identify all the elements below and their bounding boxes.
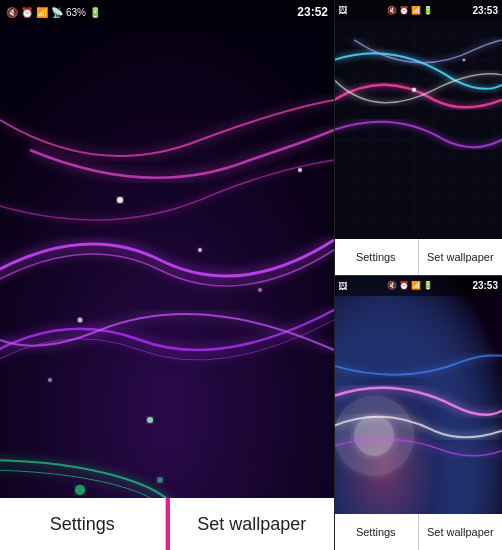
bottom-action-bar: Settings Set wallpaper [0, 498, 334, 550]
svg-point-10 [75, 485, 85, 495]
svg-point-3 [117, 197, 123, 203]
top-preview-mute-icon: 🔇 [387, 6, 397, 15]
wifi-icon: 📶 [36, 7, 48, 18]
bottom-preview-action-bar: Settings Set wallpaper [334, 514, 502, 550]
status-bar-left: 🔇 ⏰ 📶 📡 63% 🔋 23:52 [0, 0, 334, 24]
svg-rect-13 [334, 0, 502, 275]
bottom-preview-wifi-icon: 📶 [411, 281, 421, 290]
bottom-preview-alarm-icon: ⏰ [399, 281, 409, 290]
battery-text: 63% [66, 7, 86, 18]
top-preview-settings-button[interactable]: Settings [334, 239, 419, 275]
svg-point-16 [462, 58, 465, 61]
bottom-preview[interactable]: 🖼 🔇 ⏰ 📶 🔋 23:53 Settings Set wallpaper [334, 276, 502, 551]
svg-point-20 [354, 415, 394, 455]
svg-point-4 [198, 248, 202, 252]
svg-point-6 [258, 288, 262, 292]
top-preview[interactable]: 🖼 🔇 ⏰ 📶 🔋 23:53 Settings Set wallpaper [334, 0, 502, 275]
settings-button[interactable]: Settings [0, 498, 166, 550]
battery-icon: 🔋 [89, 7, 101, 18]
bottom-preview-mute-icon: 🔇 [387, 281, 397, 290]
status-bar-top-right: 🖼 🔇 ⏰ 📶 🔋 23:53 [334, 0, 502, 20]
top-preview-action-bar: Settings Set wallpaper [334, 239, 502, 275]
preview-divider [334, 275, 502, 276]
svg-point-8 [48, 378, 52, 382]
top-preview-time: 23:53 [472, 5, 498, 16]
top-preview-set-wallpaper-button[interactable]: Set wallpaper [419, 239, 503, 275]
top-preview-image-icon: 🖼 [338, 5, 347, 15]
left-preview-panel: 🔇 ⏰ 📶 📡 63% 🔋 23:52 Settings Set wallpap… [0, 0, 334, 550]
left-wallpaper-bg [0, 0, 334, 550]
signal-icon: 📡 [51, 7, 63, 18]
alarm-icon: ⏰ [21, 7, 33, 18]
set-wallpaper-button[interactable]: Set wallpaper [170, 498, 335, 550]
right-preview-panel: 🖼 🔇 ⏰ 📶 🔋 23:53 Settings Set wallpaper [334, 0, 502, 550]
status-time-left: 23:52 [297, 5, 328, 19]
bottom-preview-time: 23:53 [472, 280, 498, 291]
top-preview-alarm-icon: ⏰ [399, 6, 409, 15]
status-bar-bottom-right: 🖼 🔇 ⏰ 📶 🔋 23:53 [334, 276, 502, 296]
svg-point-15 [412, 88, 416, 92]
bottom-preview-set-wallpaper-button[interactable]: Set wallpaper [419, 514, 503, 550]
status-icons-left: 🔇 ⏰ 📶 📡 63% 🔋 [6, 7, 101, 18]
svg-point-11 [157, 477, 163, 483]
bottom-preview-battery-icon: 🔋 [423, 281, 433, 290]
bottom-preview-image-icon: 🖼 [338, 281, 347, 291]
top-preview-wifi-icon: 📶 [411, 6, 421, 15]
bottom-preview-settings-button[interactable]: Settings [334, 514, 419, 550]
svg-point-7 [147, 417, 153, 423]
svg-point-9 [298, 168, 302, 172]
mute-icon: 🔇 [6, 7, 18, 18]
top-preview-battery-icon: 🔋 [423, 6, 433, 15]
svg-point-5 [78, 318, 83, 323]
